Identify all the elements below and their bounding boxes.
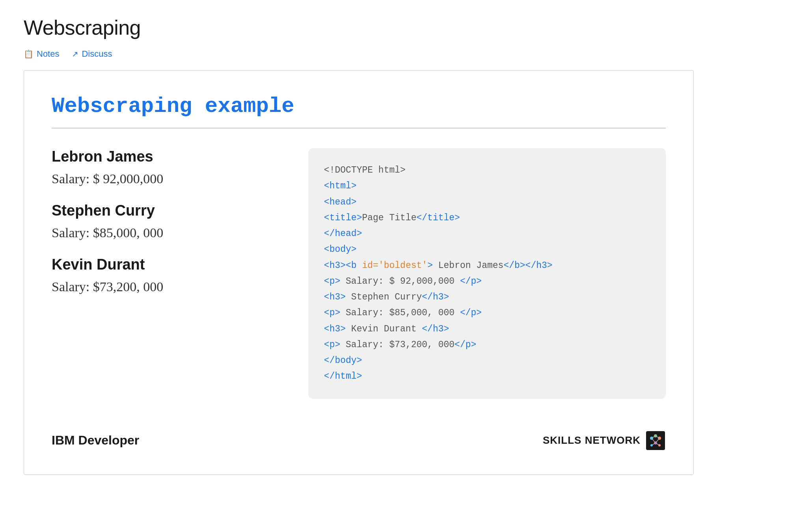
player-name-1: Lebron James — [52, 148, 285, 165]
code-line-5: </head> — [324, 226, 650, 242]
content-frame: Webscraping example Lebron James Salary:… — [24, 70, 694, 475]
code-block: <!DOCTYPE html> <html> <head> <title>Pag… — [308, 148, 666, 399]
skills-network-icon — [645, 430, 666, 451]
slide-title: Webscraping example — [52, 94, 666, 128]
code-line-3: <head> — [324, 194, 650, 210]
discuss-label: Discuss — [82, 49, 112, 59]
skills-network-text: SKILLS NETWORK — [543, 434, 641, 446]
code-line-10: <p> Salary: $85,000, 000 </p> — [324, 305, 650, 321]
code-line-4: <title>Page Title</title> — [324, 210, 650, 226]
code-line-9: <h3> Stephen Curry</h3> — [324, 289, 650, 305]
code-line-13: </body> — [324, 353, 650, 368]
player-list: Lebron James Salary: $ 92,000,000 Stephe… — [52, 148, 285, 310]
notes-label: Notes — [37, 49, 59, 59]
code-line-1: <!DOCTYPE html> — [324, 162, 650, 178]
notes-button[interactable]: 📋 Notes — [24, 49, 59, 59]
ibm-developer-logo: IBM Developer — [52, 433, 139, 448]
player-salary-2: Salary: $85,000, 000 — [52, 225, 285, 240]
code-line-12: <p> Salary: $73,200, 000</p> — [324, 337, 650, 353]
player-salary-1: Salary: $ 92,000,000 — [52, 171, 285, 186]
code-line-7: <h3><b id='boldest'> Lebron James</b></h… — [324, 258, 650, 273]
slide-footer: IBM Developer SKILLS NETWORK — [52, 422, 666, 451]
skills-network-logo: SKILLS NETWORK — [543, 430, 666, 451]
page-title: Webscraping — [24, 16, 762, 39]
notes-icon: 📋 — [24, 49, 34, 59]
code-line-14: </html> — [324, 368, 650, 384]
code-line-11: <h3> Kevin Durant </h3> — [324, 321, 650, 337]
code-line-6: <body> — [324, 242, 650, 257]
code-line-2: <html> — [324, 178, 650, 194]
svg-rect-0 — [646, 431, 665, 450]
player-name-3: Kevin Durant — [52, 256, 285, 273]
slide-body: Lebron James Salary: $ 92,000,000 Stephe… — [52, 148, 666, 399]
discuss-icon: ↗ — [72, 49, 78, 59]
toolbar: 📋 Notes ↗ Discuss — [24, 49, 762, 59]
player-name-2: Stephen Curry — [52, 202, 285, 219]
ibm-developer-text: IBM Developer — [52, 433, 139, 447]
discuss-button[interactable]: ↗ Discuss — [72, 49, 112, 59]
code-line-8: <p> Salary: $ 92,000,000 </p> — [324, 273, 650, 289]
player-salary-3: Salary: $73,200, 000 — [52, 279, 285, 294]
